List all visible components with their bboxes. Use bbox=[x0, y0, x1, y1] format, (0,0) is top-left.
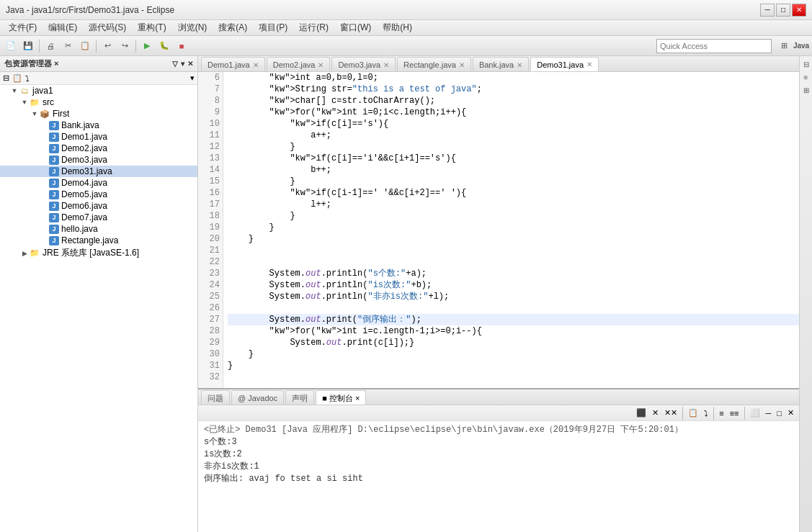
tree-item-Demo6.java[interactable]: J Demo6.java bbox=[0, 200, 197, 212]
bottom-tab-@ Javadoc[interactable]: @ Javadoc bbox=[231, 390, 284, 405]
toolbar-redo-button[interactable]: ↪ bbox=[117, 38, 133, 54]
tree-item-Demo1.java[interactable]: J Demo1.java bbox=[0, 131, 197, 143]
line-number: 14 bbox=[201, 164, 220, 176]
sidebar-toolbar-icon4[interactable]: ▾ bbox=[190, 73, 195, 83]
editor-tab-Demo31.java[interactable]: Demo31.java✕ bbox=[530, 57, 599, 71]
tab-close-icon[interactable]: ✕ bbox=[459, 61, 465, 69]
tree-item-label: Demo5.java bbox=[61, 189, 107, 199]
console-toolbar-close[interactable]: ✕ bbox=[785, 408, 796, 418]
editor-tab-Bank.java[interactable]: Bank.java✕ bbox=[473, 57, 529, 71]
sidebar-collapse-icon[interactable]: ▽ bbox=[172, 60, 178, 68]
console-toolbar-minimize[interactable]: ─ bbox=[764, 409, 774, 418]
tab-close-icon[interactable]: ✕ bbox=[253, 61, 259, 69]
tree-item-Demo31.java[interactable]: J Demo31.java bbox=[0, 166, 197, 177]
console-toolbar-btn4[interactable]: 📋 bbox=[686, 408, 700, 418]
toolbar-stop-button[interactable]: ■ bbox=[174, 38, 189, 54]
package-icon: 📦 bbox=[39, 109, 50, 119]
tree-item-label: Demo3.java bbox=[61, 155, 107, 165]
editor-area: Demo1.java✕Demo2.java✕Demo3.java✕Rectang… bbox=[198, 56, 799, 388]
tree-item-JRE-系统库-[JavaSE-1.6][interactable]: ▶ 📁 JRE 系统库 [JavaSE-1.6] bbox=[0, 246, 197, 260]
editor-tab-Demo2.java[interactable]: Demo2.java✕ bbox=[267, 57, 331, 71]
tree-item-src[interactable]: ▼ 📁 src bbox=[0, 96, 197, 108]
tree-arrow: ▼ bbox=[20, 99, 29, 106]
toolbar-new-button[interactable]: 📄 bbox=[3, 38, 19, 54]
toolbar-run-button[interactable]: ▶ bbox=[139, 38, 155, 54]
line-number: 9 bbox=[201, 107, 220, 118]
line-number: 26 bbox=[201, 302, 220, 314]
maximize-button[interactable]: □ bbox=[776, 4, 790, 17]
line-number: 20 bbox=[201, 233, 220, 245]
tree-item-Demo2.java[interactable]: J Demo2.java bbox=[0, 143, 197, 154]
bottom-tab-问题[interactable]: 问题 bbox=[201, 390, 230, 405]
menu-item-帮助(H)[interactable]: 帮助(H) bbox=[377, 20, 418, 35]
tree-item-First[interactable]: ▼ 📦 First bbox=[0, 108, 197, 120]
console-toolbar-btn2[interactable]: ✕ bbox=[650, 408, 661, 418]
menu-item-文件(F)[interactable]: 文件(F) bbox=[3, 20, 43, 35]
console-toolbar-maximize[interactable]: □ bbox=[775, 409, 784, 418]
tab-close-icon[interactable]: ✕ bbox=[383, 61, 389, 69]
tree-item-Demo3.java[interactable]: J Demo3.java bbox=[0, 154, 197, 166]
sidebar-toolbar-icon3[interactable]: ⤵ bbox=[25, 74, 30, 83]
sidebar: 包资源管理器 × ▽ ▾ ✕ ⊟ 📋 ⤵ ▾ ▼ 🗂 java1 ▼ 📁 src… bbox=[0, 56, 198, 532]
toolbar-btn-3[interactable]: ✂ bbox=[60, 38, 76, 54]
line-number: 28 bbox=[201, 325, 220, 337]
tree-item-java1[interactable]: ▼ 🗂 java1 bbox=[0, 85, 197, 96]
menu-item-搜索(A)[interactable]: 搜索(A) bbox=[213, 20, 253, 35]
code-line bbox=[228, 371, 799, 383]
console-toolbar-btn7[interactable]: ≡≡ bbox=[728, 409, 741, 418]
close-button[interactable]: ✕ bbox=[792, 4, 806, 17]
toolbar-btn-4[interactable]: 📋 bbox=[77, 38, 93, 54]
sidebar-toolbar-icon2[interactable]: 📋 bbox=[12, 73, 22, 83]
menu-item-源代码(S)[interactable]: 源代码(S) bbox=[83, 20, 132, 35]
tree-arrow: ▶ bbox=[20, 250, 29, 257]
tab-close-icon[interactable]: ✕ bbox=[318, 61, 324, 69]
editor-tab-Demo3.java[interactable]: Demo3.java✕ bbox=[331, 57, 396, 71]
console-toolbar-btn3[interactable]: ✕✕ bbox=[662, 408, 679, 418]
code-lines[interactable]: "kw">int a=0,b=0,l=0; "kw">String str="t… bbox=[223, 72, 799, 388]
toolbar-print-button[interactable]: 🖨 bbox=[43, 38, 58, 54]
menu-item-浏览(N)[interactable]: 浏览(N) bbox=[172, 20, 213, 35]
tab-close-icon[interactable]: ✕ bbox=[586, 60, 592, 68]
line-number: 10 bbox=[201, 118, 220, 130]
console-toolbar-btn1[interactable]: ⬛ bbox=[634, 408, 648, 418]
right-icon-2[interactable]: ≡ bbox=[801, 72, 811, 82]
tree-arrow: ▼ bbox=[30, 110, 39, 117]
bottom-tab-■ 控制台 ×[interactable]: ■ 控制台 × bbox=[316, 390, 366, 405]
console-toolbar-btn6[interactable]: ≡ bbox=[717, 409, 726, 418]
menu-item-项目(P)[interactable]: 项目(P) bbox=[253, 20, 293, 35]
right-icon-3[interactable]: ⊞ bbox=[801, 85, 811, 95]
tree-item-Demo7.java[interactable]: J Demo7.java bbox=[0, 212, 197, 223]
code-editor[interactable]: 6789101112131415161718192021222324252627… bbox=[198, 72, 799, 388]
console-header-line: <已终止> Demo31 [Java 应用程序] D:\eclipse\ecli… bbox=[204, 424, 793, 436]
tab-close-icon[interactable]: ✕ bbox=[517, 61, 522, 69]
menu-item-运行(R)[interactable]: 运行(R) bbox=[293, 20, 334, 35]
toolbar-perspective-button[interactable]: ⊞ bbox=[776, 38, 792, 54]
bottom-tab-声明[interactable]: 声明 bbox=[285, 390, 314, 405]
menu-item-窗口(W)[interactable]: 窗口(W) bbox=[334, 20, 377, 35]
editor-tab-Rectangle.java[interactable]: Rectangle.java✕ bbox=[397, 57, 471, 71]
sidebar-close-icon[interactable]: ✕ bbox=[187, 60, 193, 68]
sidebar-menu-icon[interactable]: ▾ bbox=[181, 60, 184, 68]
minimize-button[interactable]: ─ bbox=[760, 4, 775, 17]
sidebar-toolbar-icon1[interactable]: ⊟ bbox=[3, 73, 9, 83]
toolbar-java-button[interactable]: Java bbox=[793, 38, 809, 54]
toolbar-debug-button[interactable]: 🐛 bbox=[156, 38, 172, 54]
menu-item-重构(T)[interactable]: 重构(T) bbox=[132, 20, 171, 35]
right-icon-1[interactable]: ⊟ bbox=[801, 59, 811, 69]
tree-item-hello.java[interactable]: J hello.java bbox=[0, 223, 197, 235]
tree-item-Rectangle.java[interactable]: J Rectangle.java bbox=[0, 235, 197, 246]
tree-item-Demo5.java[interactable]: J Demo5.java bbox=[0, 189, 197, 200]
quick-access-input[interactable] bbox=[656, 39, 772, 53]
editor-tab-Demo1.java[interactable]: Demo1.java✕ bbox=[201, 57, 265, 71]
menu-item-编辑(E)[interactable]: 编辑(E) bbox=[43, 20, 83, 35]
toolbar-undo-button[interactable]: ↩ bbox=[99, 38, 115, 54]
tree-item-Bank.java[interactable]: J Bank.java bbox=[0, 120, 197, 131]
tree-item-Demo4.java[interactable]: J Demo4.java bbox=[0, 177, 197, 189]
folder-icon: 📁 bbox=[29, 97, 40, 107]
console-toolbar-btn5[interactable]: ⤵ bbox=[702, 409, 710, 418]
sidebar-title: 包资源管理器 × bbox=[4, 58, 58, 69]
console-sep3 bbox=[744, 407, 745, 420]
console-toolbar-btn8[interactable]: ⬜ bbox=[748, 408, 762, 418]
line-numbers: 6789101112131415161718192021222324252627… bbox=[198, 72, 223, 388]
toolbar-btn-2[interactable]: 💾 bbox=[20, 38, 36, 54]
